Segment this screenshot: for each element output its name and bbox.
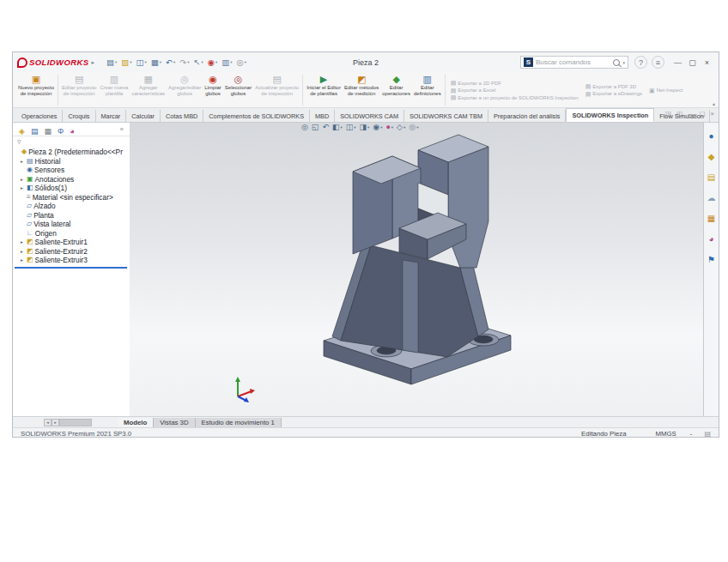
minimize-button[interactable]: — [670, 58, 685, 67]
restore-panel-icon[interactable]: ▢ [700, 110, 706, 118]
status-units[interactable]: MMGS [656, 430, 676, 438]
account-icon[interactable]: ≡ [652, 56, 664, 69]
file-explorer-tab[interactable]: ▤ [707, 168, 715, 184]
file-properties-button[interactable]: ▥▾ [220, 58, 234, 67]
tab-solidworks-cam[interactable]: SOLIDWORKS CAM [335, 110, 404, 122]
section-view-button[interactable]: ◧▾ [332, 124, 343, 131]
edit-measurement-methods-button[interactable]: ◩Editar métodosde medición [343, 73, 380, 107]
expand-arrow-icon[interactable]: ▸ [21, 257, 27, 263]
tab-croquis[interactable]: Croquis [63, 110, 95, 122]
split-view-icon[interactable]: ◰ [676, 110, 682, 118]
expand-arrow-icon[interactable]: ▸ [21, 159, 27, 164]
tree-item-saliente-extruir3[interactable]: ▸◩Saliente-Extruir3 [13, 256, 130, 265]
graphics-viewport[interactable]: ◎◱↶◧▾◫▾◨▾◉▾●▾◇▾◎▾ [130, 123, 703, 416]
fm-tab-featuremanager[interactable]: ◈ [19, 123, 25, 137]
tab-solidworks-cam-tbm[interactable]: SOLIDWORKS CAM TBM [404, 110, 488, 122]
fm-tab-displaymanager[interactable]: ◕ [70, 123, 74, 137]
view-orientation-button[interactable]: ◫▾ [346, 124, 356, 131]
zoom-fit-button[interactable]: ◎ [301, 124, 308, 131]
hide-show-icon: ◉ [373, 124, 379, 131]
edit-definitions-button[interactable]: ▥Editardefiniciones [412, 73, 443, 107]
custom-properties-tag-icon[interactable]: ▤ [704, 431, 711, 438]
tree-item-planta[interactable]: ▱Planta [13, 211, 130, 221]
clean-balloons-button[interactable]: ◉Limpiarglobos [203, 73, 223, 107]
options-button[interactable]: ◎▾ [234, 58, 248, 67]
scene-button[interactable]: ◇▾ [397, 124, 405, 131]
doc-tab-vistas-3d[interactable]: Vistas 3D [154, 418, 195, 427]
display-style-button[interactable]: ◨▾ [359, 124, 369, 131]
tree-item-s-lidos-1-[interactable]: ▸◧Sólidos(1) [13, 184, 130, 193]
search-dropdown-icon[interactable]: ▾ [622, 60, 625, 65]
search-icon[interactable] [613, 59, 620, 66]
tree-item-vista-lateral[interactable]: ▱Vista lateral [13, 220, 130, 229]
restore-button[interactable]: ▢ [685, 58, 700, 67]
appearances-tab[interactable]: ◕ [708, 230, 713, 245]
view-settings-button[interactable]: ◎▾ [409, 124, 418, 131]
tree-item-saliente-extruir1[interactable]: ▸◩Saliente-Extruir1 [13, 238, 130, 247]
fm-tab-dimxpert[interactable]: Φ [58, 123, 64, 137]
model-3d-part[interactable] [284, 132, 567, 398]
fm-tab-configurationmanager[interactable]: ▦ [44, 123, 52, 137]
help-icon[interactable]: ? [634, 56, 647, 69]
tab-marcar[interactable]: Marcar [96, 110, 127, 122]
resources-tab[interactable]: ● [708, 127, 713, 142]
expand-arrow-icon[interactable]: ▸ [21, 239, 27, 245]
tab-cotas-mbd[interactable]: Cotas MBD [161, 110, 203, 122]
fm-tab-propertymanager[interactable]: ▤ [31, 123, 39, 137]
expand-arrow-icon[interactable]: ▸ [21, 185, 27, 190]
save-button[interactable]: ◫▾ [134, 58, 148, 67]
hide-show-button[interactable]: ◉▾ [373, 124, 382, 131]
rebuild-button[interactable]: ◉▾ [206, 58, 220, 67]
scroll-right-icon[interactable]: ▸ [52, 419, 59, 426]
design-library-tab[interactable]: ◆ [708, 148, 715, 163]
tree-item-material-sin-especificar-[interactable]: ≡Material <sin especificar> [13, 193, 130, 202]
tab-solidworks-inspection[interactable]: SOLIDWORKS Inspection [566, 108, 654, 122]
tree-item-origen[interactable]: ∟Origen [13, 229, 130, 239]
tab-mbd[interactable]: MBD [310, 110, 335, 122]
fm-tab-overflow-icon[interactable]: » [120, 125, 124, 133]
minimize-panel-icon[interactable]: — [688, 110, 695, 118]
select-button[interactable]: ↖▾ [191, 58, 204, 67]
zoom-area-button[interactable]: ◱ [312, 124, 319, 131]
launch-template-editor-button[interactable]: ▶Iniciar el Editorde plantillas [305, 73, 343, 107]
open-button[interactable]: ▨▾ [119, 58, 133, 67]
tree-item-pieza-2-predeterminado-pr[interactable]: ◆Pieza 2 (Predeterminado<<Pr [13, 148, 130, 157]
edit-appearance-button[interactable]: ●▾ [385, 124, 393, 131]
previous-view-button[interactable]: ↶ [322, 124, 329, 131]
select-balloons-button[interactable]: ◎Seleccionarglobos [223, 73, 253, 107]
undo-button[interactable]: ↶▾ [164, 58, 177, 67]
view-palette-tab[interactable]: ▦ [707, 209, 715, 225]
tree-item-sensores[interactable]: ◉Sensores [13, 166, 130, 175]
new-doc-button[interactable]: ▤▾ [105, 58, 118, 67]
expand-arrow-icon[interactable]: ▸ [21, 249, 27, 254]
tab-operaciones[interactable]: Operaciones [16, 110, 63, 122]
edit-operations-button[interactable]: ◆Editaroperaciones [380, 73, 412, 107]
arrange-windows-icon[interactable]: ◳ [665, 110, 671, 118]
panel-horizontal-scrollbar[interactable]: ◂ ▸ [44, 419, 92, 426]
redo-button[interactable]: ↷▾ [178, 58, 191, 67]
menu-expand-arrow-icon[interactable]: ▸ [91, 59, 94, 66]
scroll-left-icon[interactable]: ◂ [44, 419, 52, 426]
doc-tab-estudio-de-movimiento-1[interactable]: Estudio de movimiento 1 [196, 418, 282, 427]
tab-complementos-de-solidworks[interactable]: Complementos de SOLIDWORKS [203, 110, 310, 122]
tree-item-historial[interactable]: ▸▤Historial [13, 157, 130, 166]
print-button[interactable]: ▦▾ [149, 58, 163, 67]
add-edit-balloons-icon: ◎ [180, 74, 189, 85]
close-button[interactable]: × [700, 58, 714, 67]
forum-tab[interactable]: ⚑ [707, 251, 715, 266]
tree-item-saliente-extruir2[interactable]: ▸◩Saliente-Extruir2 [13, 247, 130, 257]
scrollbar-thumb[interactable] [59, 419, 92, 426]
doc-tab-modelo[interactable]: Modelo [118, 418, 154, 427]
tab-preparaci-n-del-an-lisis[interactable]: Preparación del análisis [488, 110, 566, 122]
tab-calcular[interactable]: Calcular [126, 110, 161, 122]
cloud-tab[interactable]: ☁ [707, 189, 716, 204]
ribbon-collapse-icon[interactable]: ▴ [713, 100, 715, 106]
tree-item-anotaciones[interactable]: ▸▣Anotaciones [13, 175, 130, 184]
new-inspection-project-button[interactable]: ▣Nuevo proyectode inspección [16, 73, 56, 107]
expand-arrow-icon[interactable]: ▸ [21, 177, 27, 182]
close-document-icon[interactable]: × [711, 110, 714, 118]
rollback-bar[interactable] [15, 267, 127, 269]
tree-filter[interactable]: ▿ [13, 136, 130, 147]
command-search-input[interactable]: S Buscar comandos ▾ [520, 56, 628, 69]
tree-item-alzado[interactable]: ▱Alzado [13, 202, 130, 211]
